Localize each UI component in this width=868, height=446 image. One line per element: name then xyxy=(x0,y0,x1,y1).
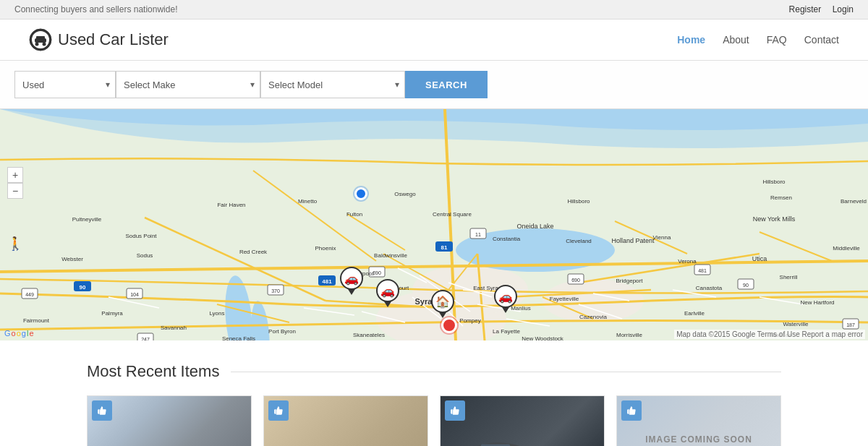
map-marker-2[interactable]: 🚗 xyxy=(340,267,363,295)
svg-text:90: 90 xyxy=(80,284,86,291)
map-marker-4[interactable]: 🏠 xyxy=(431,290,454,318)
svg-text:Utica: Utica xyxy=(752,255,767,262)
nav-faq[interactable]: FAQ xyxy=(767,34,787,46)
svg-text:Oneida Lake: Oneida Lake xyxy=(516,223,553,230)
car-cards: IMAGE COMING SOON xyxy=(87,395,781,446)
svg-text:Sodus: Sodus xyxy=(137,252,153,259)
svg-text:Sherrill: Sherrill xyxy=(780,274,798,280)
svg-text:Morrisville: Morrisville xyxy=(616,332,643,338)
svg-text:Vienna: Vienna xyxy=(653,234,671,241)
login-link[interactable]: Login xyxy=(833,4,854,14)
header: Used Car Lister Home About FAQ Contact xyxy=(0,20,868,61)
car-thumb-1 xyxy=(88,396,251,446)
model-select-wrapper: Select Model xyxy=(260,71,405,98)
svg-text:481: 481 xyxy=(322,278,332,285)
register-link[interactable]: Register xyxy=(789,4,822,14)
svg-text:104: 104 xyxy=(130,292,139,297)
model-select[interactable]: Select Model xyxy=(260,71,405,98)
svg-text:Savannah: Savannah xyxy=(161,325,187,331)
make-select[interactable]: Select Make xyxy=(116,71,260,98)
car-card-3[interactable] xyxy=(440,395,605,446)
svg-text:Barneveld: Barneveld xyxy=(841,198,867,205)
image-coming-soon-label: IMAGE COMING SOON xyxy=(645,434,752,445)
svg-text:Waterville: Waterville xyxy=(783,321,809,327)
svg-text:Fairmount: Fairmount xyxy=(23,317,50,324)
svg-text:Verona: Verona xyxy=(678,258,697,265)
map-marker-3[interactable]: 🚗 xyxy=(376,279,399,307)
auth-links: Register Login xyxy=(780,4,854,14)
search-button[interactable]: SEARCH xyxy=(405,71,488,98)
svg-rect-5 xyxy=(36,36,45,40)
svg-point-3 xyxy=(35,43,39,46)
svg-text:Pultneyville: Pultneyville xyxy=(72,216,102,223)
svg-text:Remsen: Remsen xyxy=(770,194,792,201)
svg-text:370: 370 xyxy=(271,288,280,293)
svg-text:Minetto: Minetto xyxy=(298,198,318,205)
svg-text:187: 187 xyxy=(846,322,855,327)
thumbs-up-icon-1 xyxy=(97,406,107,416)
like-button-3[interactable] xyxy=(445,400,465,421)
svg-text:Constantia: Constantia xyxy=(493,236,521,242)
svg-text:La Fayette: La Fayette xyxy=(493,328,520,335)
logo-icon xyxy=(29,28,52,51)
svg-text:81: 81 xyxy=(441,244,448,251)
svg-text:690: 690 xyxy=(571,278,580,283)
map-marker-1[interactable] xyxy=(354,187,367,200)
svg-text:New Hartford: New Hartford xyxy=(800,299,834,306)
svg-text:Oswego: Oswego xyxy=(394,191,416,197)
pegman-icon[interactable]: 🚶 xyxy=(7,236,23,252)
svg-text:New Woodstock: New Woodstock xyxy=(522,335,564,340)
svg-text:Fulton: Fulton xyxy=(346,211,362,218)
svg-text:90: 90 xyxy=(743,283,749,288)
svg-text:Victor: Victor xyxy=(130,339,145,340)
car-thumb-3 xyxy=(441,396,604,446)
svg-text:Webster: Webster xyxy=(61,256,83,262)
map-attribution: Map data ©2015 Google Terms of Use Repor… xyxy=(674,330,865,339)
thumbs-up-icon-3 xyxy=(450,406,460,416)
tagline: Connecting buyers and sellers nationwide… xyxy=(14,4,177,14)
nav-about[interactable]: About xyxy=(723,34,749,46)
svg-point-4 xyxy=(43,43,46,46)
zoom-in-button[interactable]: + xyxy=(7,167,23,183)
svg-text:690: 690 xyxy=(373,270,381,275)
map-container: 90 81 481 449 104 370 690 690 481 90 247… xyxy=(0,109,868,340)
car-card-2[interactable] xyxy=(263,395,428,446)
svg-text:Fair Haven: Fair Haven xyxy=(217,202,245,208)
nav-home[interactable]: Home xyxy=(677,34,705,46)
thumbs-up-icon-4 xyxy=(626,406,637,416)
like-button-4[interactable] xyxy=(621,400,642,421)
svg-text:Earlville: Earlville xyxy=(684,310,705,317)
main-nav: Home About FAQ Contact xyxy=(677,34,839,46)
recent-title: Most Recent Items xyxy=(87,362,219,381)
svg-text:449: 449 xyxy=(25,292,34,297)
map-marker-5[interactable] xyxy=(441,317,457,333)
car-silhouette-1 xyxy=(95,432,196,446)
recent-header: Most Recent Items xyxy=(87,362,781,381)
condition-select-wrapper: Used New All xyxy=(14,71,116,98)
car-silhouette-3 xyxy=(444,430,553,446)
svg-text:11: 11 xyxy=(475,232,481,237)
svg-text:Bridgeport: Bridgeport xyxy=(616,278,644,284)
svg-text:Port Byron: Port Byron xyxy=(268,328,296,335)
like-button-2[interactable] xyxy=(268,400,289,421)
thumbs-up-icon-2 xyxy=(273,406,284,416)
svg-text:Sodus Point: Sodus Point xyxy=(125,233,157,239)
like-button-1[interactable] xyxy=(92,400,112,421)
recent-divider xyxy=(231,372,781,372)
svg-text:Baldwinsville: Baldwinsville xyxy=(374,252,407,259)
logo[interactable]: Used Car Lister xyxy=(29,28,169,51)
svg-text:Cazenovia: Cazenovia xyxy=(579,314,607,320)
svg-text:Skaneateles: Skaneateles xyxy=(353,332,385,338)
car-card-1[interactable] xyxy=(87,395,252,446)
zoom-out-button[interactable]: − xyxy=(7,183,23,199)
condition-select[interactable]: Used New All xyxy=(14,71,116,98)
svg-text:Fayetteville: Fayetteville xyxy=(550,296,579,302)
nav-contact[interactable]: Contact xyxy=(804,34,839,46)
google-logo: Google xyxy=(4,329,34,338)
car-card-4[interactable]: IMAGE COMING SOON xyxy=(616,395,781,446)
svg-text:Hillsboro: Hillsboro xyxy=(762,179,786,185)
svg-text:Phoenix: Phoenix xyxy=(315,245,336,252)
car-silhouette-2 xyxy=(271,432,373,446)
svg-text:Pompey: Pompey xyxy=(459,317,480,324)
map-marker-8[interactable]: 🚗 xyxy=(494,285,517,313)
